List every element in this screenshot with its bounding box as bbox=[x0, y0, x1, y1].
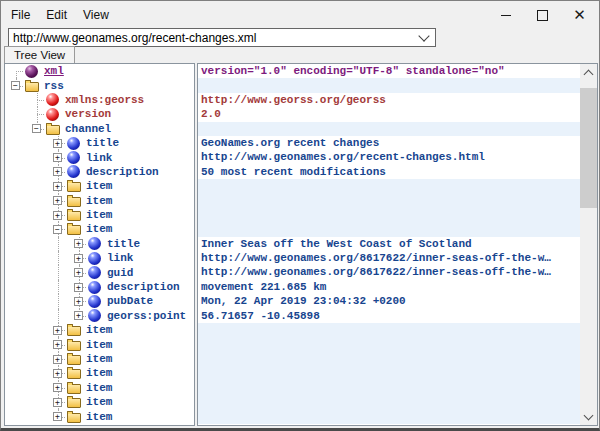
tree-indent-guide bbox=[9, 122, 30, 136]
tree-node-label: version bbox=[65, 108, 111, 120]
expand-expander[interactable]: + bbox=[53, 167, 62, 176]
tree-row[interactable]: +description bbox=[5, 165, 194, 179]
tree-row[interactable]: +item bbox=[5, 208, 194, 222]
value-row: http://www.geonames.org/recent-changes.h… bbox=[198, 150, 597, 164]
address-input[interactable] bbox=[9, 30, 413, 45]
tree-connector: + bbox=[51, 352, 65, 366]
tree-row[interactable]: +georss:point bbox=[5, 309, 194, 323]
collapse-expander[interactable]: − bbox=[32, 124, 41, 133]
expand-expander[interactable]: + bbox=[53, 139, 62, 148]
tree-row[interactable]: xml bbox=[5, 64, 194, 78]
tree-node-label: item bbox=[86, 180, 112, 192]
tree-indent-guide bbox=[30, 222, 51, 236]
tree-indent-guide bbox=[9, 409, 30, 423]
scroll-down-button[interactable] bbox=[580, 408, 597, 425]
tab-tree-view[interactable]: Tree View bbox=[4, 46, 75, 64]
folder-icon bbox=[65, 337, 83, 351]
expand-expander[interactable]: + bbox=[53, 398, 62, 407]
expand-expander[interactable]: + bbox=[74, 268, 83, 277]
tree-row[interactable]: +item bbox=[5, 352, 194, 366]
expand-expander[interactable]: + bbox=[53, 355, 62, 364]
tree-connector: + bbox=[51, 409, 65, 423]
tree-indent-guide bbox=[30, 179, 51, 193]
expand-expander[interactable]: + bbox=[53, 153, 62, 162]
tree-connector: + bbox=[51, 150, 65, 164]
address-dropdown-button[interactable] bbox=[413, 29, 435, 46]
tree-indent-guide bbox=[9, 222, 30, 236]
attribute-icon bbox=[44, 107, 62, 121]
tree-row[interactable]: xmlns:georss bbox=[5, 93, 194, 107]
tree-row[interactable]: +guid bbox=[5, 265, 194, 279]
menu-file[interactable]: File bbox=[3, 4, 38, 26]
value-row bbox=[198, 122, 597, 136]
collapse-expander[interactable]: − bbox=[11, 81, 20, 90]
tree-row[interactable]: +item bbox=[5, 179, 194, 193]
tree-indent-guide bbox=[30, 337, 51, 351]
element-icon bbox=[86, 309, 104, 323]
tree-row[interactable]: +item bbox=[5, 194, 194, 208]
expand-expander[interactable]: + bbox=[74, 297, 83, 306]
value-row: Mon, 22 Apr 2019 23:04:32 +0200 bbox=[198, 294, 597, 308]
tree-indent-guide bbox=[30, 251, 51, 265]
folder-icon bbox=[23, 78, 41, 92]
tree-row[interactable]: −channel bbox=[5, 122, 194, 136]
tree-node-label: item bbox=[86, 396, 112, 408]
tree-row[interactable]: +title bbox=[5, 136, 194, 150]
tree-connector: − bbox=[9, 78, 23, 92]
maximize-button[interactable] bbox=[524, 2, 561, 28]
scroll-up-button[interactable] bbox=[580, 64, 597, 81]
tree-row[interactable]: +pubDate bbox=[5, 294, 194, 308]
folder-icon bbox=[65, 179, 83, 193]
tree-row[interactable]: +item bbox=[5, 337, 194, 351]
folder-icon bbox=[65, 208, 83, 222]
tree-row[interactable]: −item bbox=[5, 222, 194, 236]
tree-row[interactable]: +title bbox=[5, 237, 194, 251]
tree-indent-guide bbox=[51, 309, 72, 323]
tree-connector: + bbox=[51, 381, 65, 395]
expand-expander[interactable]: + bbox=[74, 311, 83, 320]
tree-row[interactable]: +link bbox=[5, 150, 194, 164]
tree-indent-guide bbox=[30, 294, 51, 308]
expand-expander[interactable]: + bbox=[53, 196, 62, 205]
tree-row[interactable]: +item bbox=[5, 409, 194, 423]
close-button[interactable]: ✕ bbox=[561, 2, 598, 28]
element-icon bbox=[86, 251, 104, 265]
minimize-icon bbox=[501, 15, 511, 16]
tree-row[interactable]: +item bbox=[5, 323, 194, 337]
tree-row[interactable]: +link bbox=[5, 251, 194, 265]
expand-expander[interactable]: + bbox=[53, 383, 62, 392]
element-icon bbox=[65, 150, 83, 164]
menu-edit[interactable]: Edit bbox=[38, 4, 75, 26]
tree-row[interactable]: +item bbox=[5, 381, 194, 395]
collapse-expander[interactable]: − bbox=[53, 225, 62, 234]
tree-row[interactable]: −rss bbox=[5, 78, 194, 92]
expand-expander[interactable]: + bbox=[74, 283, 83, 292]
expand-expander[interactable]: + bbox=[53, 369, 62, 378]
tree-indent-guide bbox=[9, 323, 30, 337]
tree-row[interactable]: version bbox=[5, 107, 194, 121]
tree-connector: + bbox=[51, 366, 65, 380]
value-row: GeoNames.org recent changes bbox=[198, 136, 597, 150]
tree-row[interactable]: +item bbox=[5, 395, 194, 409]
expand-expander[interactable]: + bbox=[74, 254, 83, 263]
expand-expander[interactable]: + bbox=[74, 239, 83, 248]
folder-icon bbox=[65, 409, 83, 423]
tree-row[interactable]: +item bbox=[5, 366, 194, 380]
expand-expander[interactable]: + bbox=[53, 182, 62, 191]
minimize-button[interactable] bbox=[487, 2, 524, 28]
expand-expander[interactable]: + bbox=[53, 211, 62, 220]
tree-row[interactable]: +description bbox=[5, 280, 194, 294]
expand-expander[interactable]: + bbox=[53, 326, 62, 335]
tree-connector: + bbox=[72, 294, 86, 308]
tree-connector: + bbox=[51, 179, 65, 193]
menu-view[interactable]: View bbox=[75, 4, 117, 26]
tree-indent-guide bbox=[9, 165, 30, 179]
expand-expander[interactable]: + bbox=[53, 340, 62, 349]
expand-expander[interactable]: + bbox=[53, 412, 62, 421]
tree-connector bbox=[30, 107, 44, 121]
tree-node-label: title bbox=[86, 137, 119, 149]
scrollbar-thumb[interactable] bbox=[580, 88, 597, 208]
value-row: Inner Seas off the West Coast of Scotlan… bbox=[198, 237, 597, 251]
value-row bbox=[198, 409, 597, 423]
tree-indent-guide bbox=[30, 323, 51, 337]
